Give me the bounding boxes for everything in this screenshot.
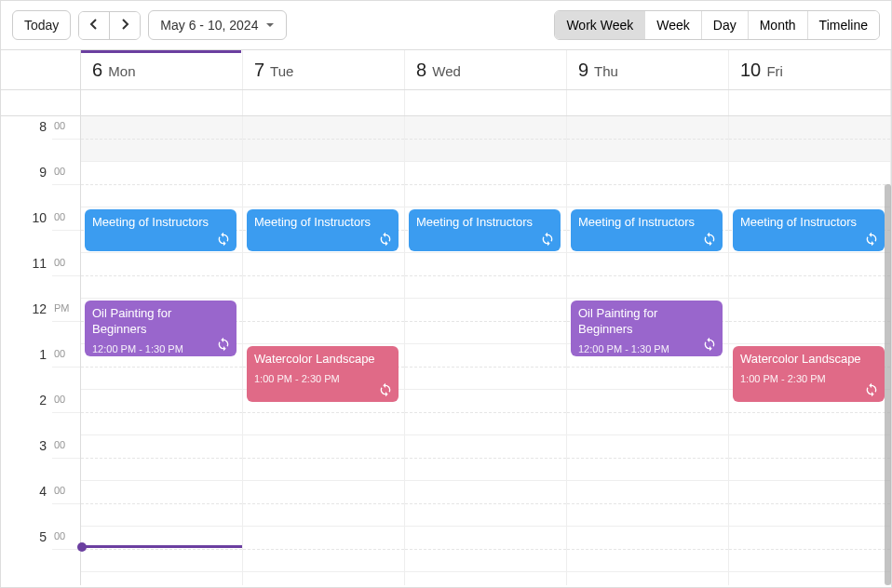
- time-slot[interactable]: [729, 116, 890, 162]
- day-header[interactable]: 6 Mon: [81, 50, 243, 89]
- calendar-event[interactable]: Meeting of Instructors: [409, 209, 561, 251]
- view-work-week[interactable]: Work Week: [555, 11, 644, 39]
- day-header[interactable]: 8 Wed: [405, 50, 567, 89]
- time-slot[interactable]: [405, 527, 566, 572]
- view-day[interactable]: Day: [701, 11, 748, 39]
- day-column: Meeting of Instructors: [405, 116, 567, 585]
- event-title: Oil Painting for Beginners: [92, 306, 229, 338]
- time-slot[interactable]: [243, 116, 404, 162]
- day-of-week: Tue: [270, 63, 293, 79]
- all-day-cell[interactable]: [729, 90, 891, 115]
- hour-label: 300: [1, 435, 80, 481]
- day-header[interactable]: 10 Fri: [729, 50, 891, 89]
- time-slot[interactable]: [81, 435, 242, 481]
- time-slot[interactable]: [405, 435, 566, 481]
- event-title: Meeting of Instructors: [254, 215, 391, 231]
- all-day-cell[interactable]: [243, 90, 405, 115]
- time-slot[interactable]: [405, 162, 566, 207]
- time-slot[interactable]: [567, 481, 728, 527]
- prev-button[interactable]: [79, 12, 109, 39]
- all-day-gutter: [1, 90, 81, 115]
- time-slot[interactable]: [405, 253, 566, 299]
- time-slot[interactable]: [729, 299, 890, 344]
- today-button[interactable]: Today: [12, 10, 71, 40]
- calendar-event[interactable]: Oil Painting for Beginners12:00 PM - 1:3…: [85, 301, 237, 356]
- time-slot[interactable]: [81, 116, 242, 162]
- calendar-body: 8009001000110012PM100200300400500 Meetin…: [1, 116, 891, 585]
- day-column: Meeting of InstructorsWatercolor Landsca…: [729, 116, 891, 585]
- recurring-icon: [540, 232, 555, 247]
- time-slot[interactable]: [729, 527, 890, 572]
- date-range-picker[interactable]: May 6 - 10, 2024: [148, 10, 287, 40]
- day-of-week: Fri: [766, 63, 783, 79]
- time-slot[interactable]: [243, 481, 404, 527]
- calendar-event[interactable]: Meeting of Instructors: [85, 209, 237, 251]
- time-slot[interactable]: [729, 162, 890, 207]
- time-slot[interactable]: [567, 116, 728, 162]
- day-column: Meeting of InstructorsWatercolor Landsca…: [243, 116, 405, 585]
- time-slot[interactable]: [243, 435, 404, 481]
- recurring-icon: [702, 337, 717, 352]
- time-slot[interactable]: [81, 527, 242, 572]
- time-slot[interactable]: [567, 435, 728, 481]
- next-button[interactable]: [109, 12, 140, 39]
- event-title: Meeting of Instructors: [92, 215, 229, 231]
- time-slot[interactable]: [567, 253, 728, 299]
- time-slot[interactable]: [405, 390, 566, 435]
- all-day-cell[interactable]: [567, 90, 729, 115]
- calendar-event[interactable]: Watercolor Landscape1:00 PM - 2:30 PM: [247, 346, 399, 402]
- view-switcher: Work WeekWeekDayMonthTimeline: [554, 10, 880, 40]
- day-number: 6: [92, 60, 102, 80]
- time-slot[interactable]: [405, 481, 566, 527]
- hour-label: 900: [1, 162, 80, 207]
- day-number: 8: [416, 60, 426, 80]
- all-day-cell[interactable]: [81, 90, 243, 115]
- view-week[interactable]: Week: [644, 11, 701, 39]
- view-month[interactable]: Month: [748, 11, 807, 39]
- time-slot[interactable]: [729, 481, 890, 527]
- time-slot[interactable]: [243, 527, 404, 572]
- time-slot[interactable]: [81, 481, 242, 527]
- time-slot[interactable]: [81, 390, 242, 435]
- event-time: 1:00 PM - 2:30 PM: [740, 373, 826, 384]
- chevron-right-icon: [119, 19, 130, 33]
- recurring-icon: [702, 232, 717, 247]
- toolbar-left: Today May 6 - 10, 2024: [12, 10, 287, 40]
- hour-label: 1000: [1, 207, 80, 253]
- time-slot[interactable]: [405, 116, 566, 162]
- time-slot[interactable]: [243, 253, 404, 299]
- time-slot[interactable]: [405, 344, 566, 390]
- calendar-event[interactable]: Meeting of Instructors: [247, 209, 399, 251]
- day-header[interactable]: 9 Thu: [567, 50, 729, 89]
- time-slot[interactable]: [567, 390, 728, 435]
- event-title: Oil Painting for Beginners: [578, 306, 715, 338]
- calendar-event[interactable]: Oil Painting for Beginners12:00 PM - 1:3…: [571, 301, 723, 356]
- scrollbar[interactable]: [885, 184, 891, 585]
- caret-down-icon: [265, 18, 275, 33]
- date-range-label: May 6 - 10, 2024: [160, 18, 258, 33]
- time-slot[interactable]: [81, 162, 242, 207]
- calendar-event[interactable]: Meeting of Instructors: [733, 209, 885, 251]
- calendar-event[interactable]: Watercolor Landscape1:00 PM - 2:30 PM: [733, 346, 885, 402]
- nav-group: [78, 11, 141, 40]
- time-slot[interactable]: [405, 299, 566, 344]
- recurring-icon: [216, 337, 231, 352]
- time-slot[interactable]: [567, 527, 728, 572]
- calendar-grid: 6 Mon7 Tue8 Wed9 Thu10 Fri 8009001000110…: [1, 49, 891, 585]
- day-number: 10: [740, 60, 761, 80]
- time-slot[interactable]: [81, 253, 242, 299]
- recurring-icon: [216, 232, 231, 247]
- view-timeline[interactable]: Timeline: [807, 11, 879, 39]
- calendar-event[interactable]: Meeting of Instructors: [571, 209, 723, 251]
- recurring-icon: [378, 382, 393, 397]
- time-slot[interactable]: [567, 162, 728, 207]
- event-title: Meeting of Instructors: [740, 215, 877, 231]
- day-of-week: Mon: [108, 63, 135, 79]
- time-slot[interactable]: [729, 253, 890, 299]
- time-slot[interactable]: [729, 435, 890, 481]
- time-slot[interactable]: [243, 299, 404, 344]
- day-header[interactable]: 7 Tue: [243, 50, 405, 89]
- all-day-row: [1, 90, 891, 116]
- all-day-cell[interactable]: [405, 90, 567, 115]
- time-slot[interactable]: [243, 162, 404, 207]
